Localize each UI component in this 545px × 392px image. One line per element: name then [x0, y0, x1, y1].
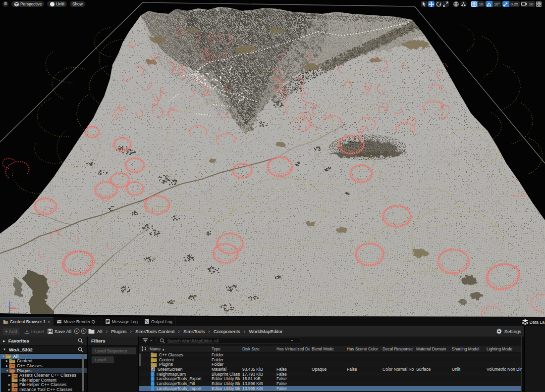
svg-text:C++: C++ [13, 385, 16, 387]
svg-text:C++: C++ [13, 375, 16, 377]
svg-text:C++: C++ [10, 365, 13, 367]
svg-text:C++: C++ [13, 389, 16, 391]
